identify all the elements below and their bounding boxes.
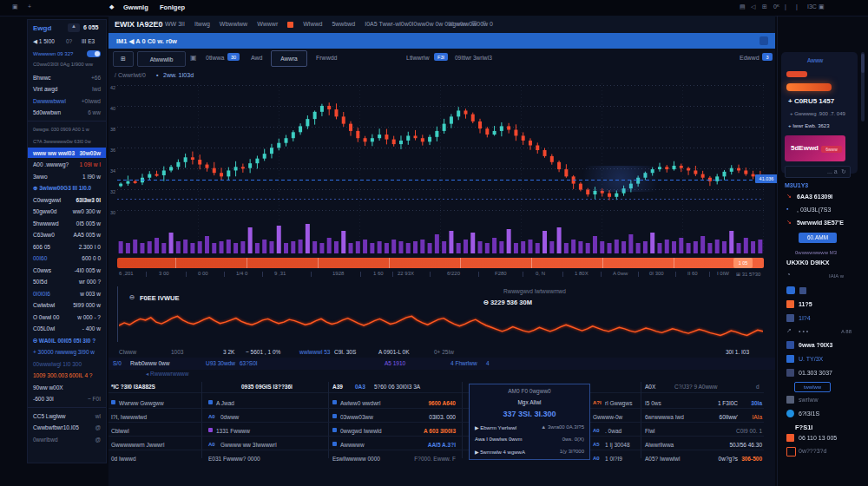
watchlist-row[interactable]: Dwwwwbwwl+0Iwwd xyxy=(33,95,101,106)
banner-close-icon[interactable] xyxy=(760,36,768,45)
buy-panel-pill[interactable]: 6www xyxy=(821,146,842,153)
order-info-panel[interactable]: AM0 F0 0wgww0Mgx Allwl337 3SI. 3I.300▶ E… xyxy=(469,384,590,460)
plus-icon[interactable]: + xyxy=(28,3,31,10)
nav-item[interactable]: Wbwwlww xyxy=(220,21,247,28)
notification-banner[interactable]: IM1 ◀ A 0 C0 w. r0w xyxy=(108,33,775,49)
toolbar-right-label-1[interactable]: Ltlwwrlw xyxy=(406,55,429,61)
right-scrollbar-thumb[interactable] xyxy=(861,54,865,73)
position-row[interactable]: 5wrwwld 3E57'E xyxy=(797,220,844,226)
settings-square-icon[interactable] xyxy=(799,287,806,294)
panel-row-label[interactable]: ▶ Ebwrm Ywrlwwl xyxy=(475,424,516,430)
watchlist-row[interactable]: 50gww0dww0 300 w xyxy=(33,207,101,217)
table-row[interactable]: 1331 Fwwww xyxy=(208,425,326,437)
table-row[interactable]: Wwrww Gwwgww xyxy=(111,397,198,410)
titlebar-icon[interactable]: | xyxy=(785,3,786,10)
active-tool-button[interactable]: Awwra xyxy=(271,50,307,67)
tool-label[interactable]: 11?5 xyxy=(799,301,812,307)
candlestick-canvas[interactable] xyxy=(117,83,764,257)
watchlist-row[interactable]: C0wws-4I0 005 w xyxy=(33,265,101,275)
indicator-label[interactable]: F0EE IVWUE xyxy=(140,294,179,302)
toolbar-label-2[interactable]: Awd xyxy=(251,55,263,61)
table-row[interactable]: A0. 0wad xyxy=(593,425,640,437)
refresh-icon[interactable]: ↻ xyxy=(841,168,846,175)
tool-label[interactable]: swrlww xyxy=(799,397,819,403)
watchlist-row[interactable]: 50I5dwr 000 ? xyxy=(33,277,101,287)
table-row[interactable]: Eswllwwwww 0000F?000. Ewww. F xyxy=(332,453,456,465)
panel-row-label[interactable]: ▶ 5wrmwlw 4 wgwwA xyxy=(475,449,525,455)
table-row[interactable]: Cblwwl xyxy=(111,425,198,437)
watchlist-row[interactable]: C0wwgwwl63I3w3 0I xyxy=(33,194,101,205)
nav-item[interactable]: WW 3II xyxy=(165,21,185,28)
table-row[interactable]: Gwwww-0w xyxy=(593,411,640,424)
tool-icon[interactable] xyxy=(786,341,794,349)
tool-icon[interactable] xyxy=(786,410,794,417)
tool-button[interactable]: twwlww xyxy=(794,382,831,392)
table-row[interactable]: A01 0I?I9 xyxy=(593,453,640,465)
toggle-switch[interactable] xyxy=(87,50,101,57)
footer-item[interactable]: Rwb0www 0ww xyxy=(130,360,170,366)
lock-icon[interactable]: ▣ xyxy=(190,54,197,62)
titlebar-icon[interactable]: I3C xyxy=(807,3,817,10)
watchlist-row[interactable]: ⊕ 3wlww00G3 III 1I0.0 xyxy=(33,183,101,194)
menu-item-2[interactable]: Fonlgep xyxy=(160,3,185,11)
right-scrollbar[interactable] xyxy=(861,52,865,122)
table-row[interactable]: A0Gwwww ww 3Iwwwwrl xyxy=(208,439,326,451)
chart-type-icon[interactable] xyxy=(786,286,795,294)
interval-button[interactable]: Atwwwlib xyxy=(137,51,186,67)
tool-label[interactable]: U. TY/3X xyxy=(799,356,823,362)
watchlist-row[interactable]: Cwwbwfbwr10.I05@ xyxy=(33,423,101,433)
breadcrumb-path[interactable]: / Cwwrlwt/0 xyxy=(115,72,146,78)
menu-item-1[interactable]: Gwwnlg xyxy=(123,3,148,11)
watchlist-row[interactable]: 5d0wwbwn6 ww xyxy=(33,108,101,118)
titlebar-icon[interactable]: ⊞ xyxy=(762,3,767,10)
watchlist-row[interactable]: 606 052.300 I 0 xyxy=(33,241,101,252)
table-row[interactable]: Gwwwwwwm Jwwwrl xyxy=(111,439,198,451)
bell-icon[interactable]: ▲ xyxy=(68,23,80,32)
titlebar-icon[interactable]: ▤ xyxy=(740,3,746,10)
breadcrumb-tag[interactable]: 2ww. 1I03d xyxy=(163,72,194,78)
footer-item[interactable]: S/0 xyxy=(113,360,122,366)
toolbar-label-3[interactable]: Frwwdd xyxy=(316,55,338,61)
table-row[interactable]: A Jwad xyxy=(208,397,326,410)
tool-label[interactable]: 0wwa ?0IX3 xyxy=(799,342,832,348)
table-row[interactable]: A05? Iwwwlwl0w?g?s306-500 xyxy=(645,453,762,465)
tool-icon[interactable] xyxy=(786,300,794,308)
clock-icon[interactable]: ◔ xyxy=(786,271,791,279)
alert-icon[interactable] xyxy=(786,447,796,456)
table-row[interactable]: I?I, Iwwwwlwd xyxy=(111,411,198,424)
toolbar-badge-1[interactable]: 30 xyxy=(227,53,240,61)
watchlist-row[interactable]: A00 .wwwwg?1 09I w I xyxy=(33,160,101,170)
table-row[interactable]: Awlww0 wwdwrl9600 A640 xyxy=(332,397,456,410)
print-icon[interactable]: ⎙ xyxy=(482,20,487,27)
tool-icon[interactable] xyxy=(786,314,794,322)
watchlist-row[interactable]: C05L0wl- 400 w xyxy=(33,324,101,334)
panel-row-label[interactable]: Awa I 0wwlws 0wvm xyxy=(475,437,523,442)
footer-sublink[interactable]: ◂ Rwwwwrwwww xyxy=(146,371,188,378)
table-row[interactable]: 03www03ww03I03. 000 xyxy=(332,411,456,424)
window-icon[interactable]: ▣ xyxy=(12,3,18,10)
watchlist-row[interactable]: 00wwwlwgl 1I0 300 xyxy=(33,358,101,369)
table-row[interactable]: A00dwww xyxy=(208,411,326,424)
watchlist-row[interactable]: O 0wwl 00w 000 - ? xyxy=(33,312,101,322)
tool-label[interactable]: 6?I3I1S xyxy=(799,410,819,417)
table-row[interactable]: E031 Fwwww? 0000 xyxy=(208,453,326,465)
scrollbar-handle[interactable]: 1 05 xyxy=(733,258,753,268)
nav-item[interactable]: Wwwwr xyxy=(257,21,278,28)
footer-item[interactable]: 4 Fhwrlww xyxy=(450,360,477,366)
chart-scrollbar[interactable]: 1 05 xyxy=(117,258,764,268)
table-row[interactable]: A?Irl Gwwgws xyxy=(593,397,640,410)
table-row[interactable]: AwwwwwAAI5 A.3?I xyxy=(332,439,456,451)
time-axis-right-label[interactable]: ⊞ 31 5?30 xyxy=(736,271,760,277)
titlebar-icon[interactable]: ◁ xyxy=(751,3,755,10)
watchlist-row[interactable]: C63ww0AA5 005 w xyxy=(33,230,101,240)
watchlist-row[interactable]: -600 30I~ F0I xyxy=(33,394,101,404)
quantity-input[interactable]: ... a ↻ xyxy=(785,166,851,178)
alert-icon[interactable] xyxy=(786,434,794,442)
toolbar-label-1[interactable]: 0tlwwa xyxy=(206,55,224,61)
footer-item[interactable]: 4 xyxy=(486,360,490,366)
position-row[interactable]: , 03U3L(7S3 xyxy=(797,207,831,213)
tool-label[interactable]: • • • xyxy=(799,328,808,334)
watchlist-row[interactable]: CC5 Lwglwwwl xyxy=(33,410,101,421)
watchlist-row[interactable]: 0I0I0I6w 003 w xyxy=(33,288,101,299)
table-row[interactable]: Alwwrllwwa50J/56 46.30 xyxy=(645,439,762,451)
